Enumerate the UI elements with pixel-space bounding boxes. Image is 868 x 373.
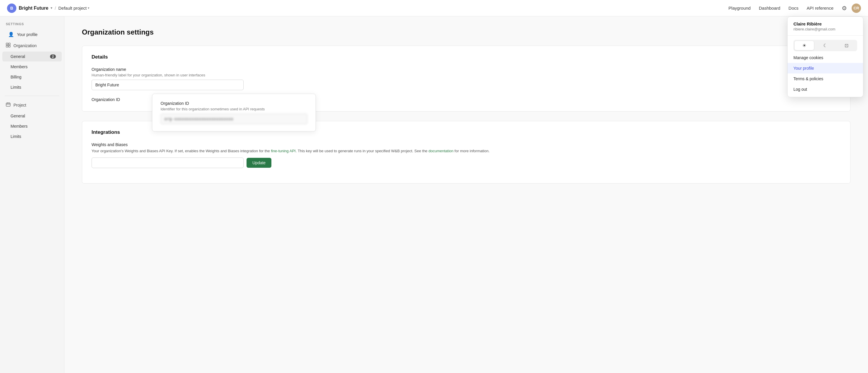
svg-rect-3 (8, 46, 10, 47)
svg-rect-1 (8, 43, 10, 45)
sidebar-item-proj-members[interactable]: Members (2, 121, 62, 131)
org-icon (6, 43, 10, 49)
sidebar-label-proj-members: Members (10, 124, 28, 128)
sidebar-label-billing: Billing (10, 75, 21, 79)
org-name-field-group: Organization name Human-friendly label f… (92, 67, 841, 90)
wb-docs-link[interactable]: documentation (429, 149, 453, 153)
nav-playground[interactable]: Playground (728, 5, 751, 10)
project-selector[interactable]: Default project ▾ (59, 5, 90, 10)
brand-chevron: ▾ (51, 6, 52, 10)
sidebar-item-members[interactable]: Members (2, 62, 62, 72)
top-header: B Bright Future ▾ / Default project ▾ Pl… (0, 0, 868, 17)
org-id-card-label: Organization ID (160, 101, 307, 106)
settings-icon-button[interactable]: ⚙ (840, 3, 848, 13)
user-avatar-button[interactable]: CR (851, 3, 861, 13)
project-icon (6, 102, 10, 108)
dropdown-your-profile[interactable]: Your profile (787, 63, 863, 74)
sidebar-settings-label: SETTINGS (0, 22, 64, 29)
sidebar-label-general: General (10, 54, 25, 59)
theme-switcher: ☀ ☾ ⊡ (794, 40, 857, 51)
svg-rect-4 (6, 103, 10, 106)
brand-avatar: B (7, 3, 17, 13)
sidebar-badge-general: 2 (50, 54, 56, 59)
nav-dashboard[interactable]: Dashboard (759, 5, 780, 10)
sidebar-label-limits: Limits (10, 85, 21, 90)
org-name-label: Organization name (92, 67, 841, 72)
sidebar: SETTINGS 👤 Your profile Organization Gen… (0, 17, 64, 373)
sidebar-item-billing[interactable]: Billing (2, 72, 62, 82)
sidebar-label-proj-general: General (10, 114, 25, 118)
theme-dark-button[interactable]: ☾ (816, 41, 835, 50)
theme-light-button[interactable]: ☀ (795, 41, 814, 50)
wb-description: Your organization's Weights and Biases A… (92, 148, 841, 154)
header-separator: / (55, 5, 56, 10)
wb-fine-tuning-link[interactable]: fine-tuning API (271, 149, 296, 153)
brand[interactable]: B Bright Future ▾ (7, 3, 52, 13)
sidebar-label-project: Project (13, 103, 26, 108)
sidebar-item-proj-general[interactable]: General (2, 111, 62, 121)
org-id-input[interactable] (160, 114, 307, 124)
wb-input-row: Update (92, 157, 841, 168)
header-actions: ⚙ CR (840, 3, 861, 13)
dropdown-log-out[interactable]: Log out (787, 84, 863, 94)
org-id-card: Organization ID Identifier for this orga… (152, 94, 316, 132)
nav-api-reference[interactable]: API reference (807, 5, 834, 10)
nav-docs[interactable]: Docs (788, 5, 798, 10)
project-name: Default project (59, 5, 87, 10)
org-id-card-hint: Identifier for this organization sometim… (160, 107, 307, 111)
sidebar-item-limits[interactable]: Limits (2, 82, 62, 92)
sidebar-label-members: Members (10, 64, 28, 69)
wb-field-group: Weights and Biases Your organization's W… (92, 142, 841, 168)
org-name-input[interactable] (92, 80, 244, 90)
sidebar-item-proj-limits[interactable]: Limits (2, 132, 62, 141)
dropdown-user-name: Claire Ribière (794, 21, 857, 26)
wb-label: Weights and Biases (92, 142, 841, 147)
sidebar-label-proj-limits: Limits (10, 134, 21, 139)
sidebar-item-project[interactable]: Project (0, 99, 64, 111)
profile-icon: 👤 (8, 32, 14, 37)
update-button[interactable]: Update (247, 158, 271, 168)
main-nav: Playground Dashboard Docs API reference (728, 5, 834, 10)
main-content: Organization settings Details Organizati… (64, 17, 868, 373)
sidebar-label-your-profile: Your profile (17, 32, 37, 37)
brand-name: Bright Future (19, 5, 48, 11)
app-layout: SETTINGS 👤 Your profile Organization Gen… (0, 17, 868, 373)
project-chevron: ▾ (88, 6, 90, 10)
svg-rect-0 (6, 43, 8, 45)
theme-system-button[interactable]: ⊡ (837, 41, 856, 50)
sidebar-item-your-profile[interactable]: 👤 Your profile (2, 29, 62, 40)
org-name-hint: Human-friendly label for your organizati… (92, 73, 841, 77)
svg-rect-5 (7, 103, 8, 104)
sidebar-item-organization[interactable]: Organization (0, 40, 64, 51)
sidebar-divider (5, 96, 59, 96)
dropdown-terms-policies[interactable]: Terms & policies (787, 74, 863, 84)
sidebar-label-organization: Organization (13, 43, 36, 48)
dropdown-manage-cookies[interactable]: Manage cookies (787, 52, 863, 63)
svg-rect-6 (9, 103, 10, 104)
svg-rect-2 (6, 46, 8, 47)
wb-api-key-input[interactable] (92, 157, 244, 168)
user-dropdown-menu: Claire Ribière ribiere.claire@gmail.com … (787, 17, 863, 97)
sidebar-item-general[interactable]: General 2 (2, 52, 62, 61)
page-title: Organization settings (82, 28, 850, 36)
details-title: Details (92, 54, 841, 60)
dropdown-user-email: ribiere.claire@gmail.com (794, 27, 857, 31)
dropdown-user-info: Claire Ribière ribiere.claire@gmail.com (787, 21, 863, 36)
